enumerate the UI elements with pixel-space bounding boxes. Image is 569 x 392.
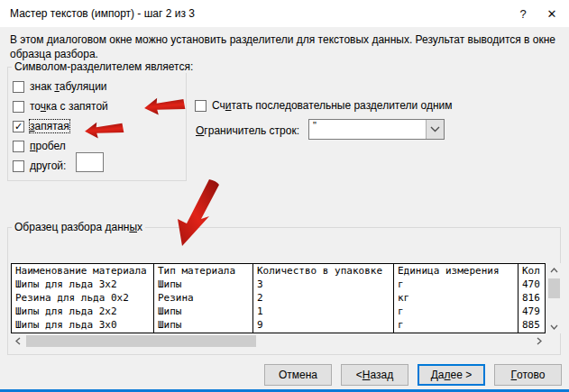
checkbox-row-space[interactable]: пробел <box>13 140 66 152</box>
table-cell: 816 <box>519 291 545 305</box>
vertical-scroll-thumb[interactable] <box>548 278 560 298</box>
import-wizard-dialog: Мастер текстов (импорт) - шаг 2 из 3 ? ✕… <box>0 0 569 392</box>
scroll-left-icon[interactable] <box>11 334 24 348</box>
preview-group-title: Образец разбора данных <box>12 221 145 233</box>
table-cell: Шипы <box>154 278 252 291</box>
table-cell: Шипы для льда 3x2 <box>12 278 153 291</box>
close-icon[interactable]: ✕ <box>537 0 567 27</box>
table-cell: 479 <box>519 305 545 318</box>
table-column-unit: Единица измерения г кг г г <box>394 264 519 333</box>
cancel-button[interactable]: Отмена <box>264 364 332 386</box>
table-cell: г <box>394 305 518 318</box>
column-header: Тип материала <box>154 264 252 278</box>
wizard-buttons: Отмена < Назад Далее > Готово <box>264 364 562 386</box>
table-cell: 9 <box>253 318 393 332</box>
column-header: Количество в упаковке <box>253 264 393 278</box>
data-preview-table: Наименование материала Шипы для льда 3x2… <box>11 263 546 333</box>
table-cell: Шипы <box>154 305 252 318</box>
table-cell: 470 <box>519 278 545 291</box>
scroll-down-icon[interactable] <box>547 320 561 333</box>
help-icon[interactable]: ? <box>508 0 538 27</box>
combobox-dropdown-button[interactable] <box>426 120 444 139</box>
window-title: Мастер текстов (импорт) - шаг 2 из 3 <box>10 7 195 20</box>
delimiters-group-title: Символом-разделителем является: <box>12 60 196 73</box>
titlebar: Мастер текстов (импорт) - шаг 2 из 3 ? ✕ <box>0 0 569 27</box>
table-cell: Резина <box>154 291 252 305</box>
checkbox-row-consecutive[interactable]: Считать последовательные разделители одн… <box>195 99 453 112</box>
space-checkbox-label: пробел <box>30 140 66 152</box>
text-qualifier-label: Ограничитель строк: <box>196 124 299 137</box>
table-cell: 885 <box>519 318 545 332</box>
other-checkbox[interactable] <box>13 160 24 172</box>
table-cell: г <box>394 278 518 291</box>
semicolon-checkbox[interactable] <box>13 101 24 113</box>
next-button[interactable]: Далее > <box>418 364 485 386</box>
checkbox-row-other[interactable]: другой: <box>13 160 66 172</box>
scroll-up-icon[interactable] <box>547 263 561 277</box>
table-cell: 3 <box>253 278 393 291</box>
checkbox-row-comma[interactable]: ✓ запятая <box>13 120 69 132</box>
back-button[interactable]: < Назад <box>341 364 408 386</box>
dialog-description: В этом диалоговом окне можно установить … <box>10 32 556 61</box>
other-delimiter-input[interactable] <box>76 152 104 172</box>
table-cell: 2 <box>253 291 393 305</box>
column-header: Единица измерения <box>394 264 518 278</box>
checkbox-row-semicolon[interactable]: точка с запятой <box>13 100 108 113</box>
table-cell: Шипы <box>154 318 252 332</box>
consecutive-checkbox[interactable] <box>195 100 206 112</box>
comma-checkbox[interactable]: ✓ <box>13 121 24 132</box>
scroll-right-icon[interactable] <box>532 334 546 348</box>
table-column-type: Тип материала Шипы Резина Шипы Шипы <box>154 264 253 333</box>
text-qualifier-value: " <box>309 120 426 139</box>
chevron-down-icon <box>430 126 440 132</box>
semicolon-checkbox-label: точка с запятой <box>30 100 108 113</box>
table-column-truncated: Кол 470 816 479 885 <box>519 264 545 333</box>
tab-checkbox-label: знак табуляции <box>30 80 107 93</box>
table-column-qty-per-pack: Количество в упаковке 3 2 1 9 <box>253 264 394 333</box>
table-cell: 1 <box>253 305 393 318</box>
table-cell: Резина для льда 0x2 <box>12 291 153 305</box>
checkbox-row-tab[interactable]: знак табуляции <box>13 80 107 93</box>
finish-button[interactable]: Готово <box>494 364 562 386</box>
table-cell: Шипы для льда 3x0 <box>12 318 153 332</box>
preview-vertical-scrollbar[interactable] <box>546 263 562 333</box>
table-cell: г <box>394 318 518 332</box>
table-cell: Шипы для льда 2x2 <box>12 305 153 318</box>
comma-checkbox-label: запятая <box>30 120 69 132</box>
table-cell: кг <box>394 291 518 305</box>
table-column-name: Наименование материала Шипы для льда 3x2… <box>12 264 154 333</box>
tab-checkbox[interactable] <box>13 81 24 93</box>
column-header: Наименование материала <box>12 264 153 278</box>
text-qualifier-combobox[interactable]: " <box>308 119 445 140</box>
horizontal-scroll-thumb[interactable] <box>26 335 256 347</box>
consecutive-checkbox-label: Считать последовательные разделители одн… <box>212 99 453 112</box>
preview-horizontal-scrollbar[interactable] <box>11 334 546 348</box>
other-checkbox-label: другой: <box>30 160 66 172</box>
space-checkbox[interactable] <box>13 141 24 152</box>
column-header: Кол <box>519 264 545 278</box>
